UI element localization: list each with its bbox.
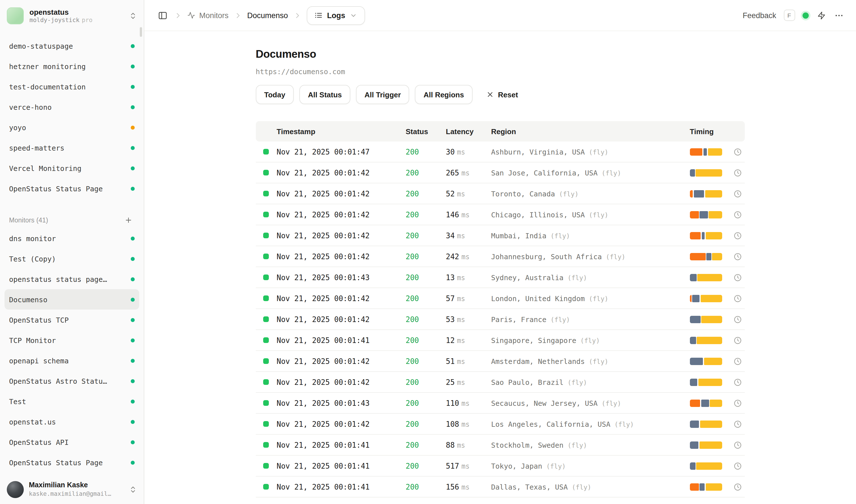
row-indicator-cell	[256, 233, 277, 238]
table-row[interactable]: Nov 21, 2025 00:01:41200517msTokyo, Japa…	[256, 456, 745, 476]
sidebar-item-label: yoyo	[9, 123, 26, 131]
timing-segment	[700, 420, 722, 428]
sidebar-item-label: speed-matters	[9, 143, 65, 152]
clock-icon[interactable]	[733, 336, 742, 344]
sidebar-item-openstatus-status-page[interactable]: OpenStatus Status Page	[4, 452, 139, 473]
table-row[interactable]: Nov 21, 2025 00:01:4120012msSingapore, S…	[256, 330, 745, 351]
sidebar-item-test[interactable]: Test	[4, 391, 139, 412]
latency-unit: ms	[457, 378, 465, 386]
filter-regions-button[interactable]: All Regions	[415, 85, 472, 104]
lightning-icon[interactable]	[816, 10, 826, 21]
table-row[interactable]: Nov 21, 2025 00:01:4220034msMumbai, Indi…	[256, 225, 745, 246]
status-code-cell: 200	[406, 252, 446, 260]
feedback-button[interactable]: Feedback	[743, 11, 776, 19]
region-name: London, United Kingdom	[491, 294, 585, 303]
sidebar-item-speed-matters[interactable]: speed-matters	[4, 138, 139, 158]
sidebar-item-verce-hono[interactable]: verce-hono	[4, 97, 139, 117]
filter-trigger-button[interactable]: All Trigger	[356, 85, 409, 104]
logs-view-selector[interactable]: Logs	[307, 6, 365, 24]
clock-icon[interactable]	[733, 462, 742, 470]
filter-date-button[interactable]: Today	[256, 85, 294, 104]
region-cell: Ashburn, Virginia, USA(fly)	[491, 147, 690, 156]
sidebar-item-tcp-monitor[interactable]: TCP Monitor	[4, 330, 139, 350]
table-row[interactable]: Nov 21, 2025 00:01:4220025msSao Paulo, B…	[256, 372, 745, 393]
latency-cell: 517ms	[446, 462, 491, 470]
timing-segment	[710, 399, 722, 407]
table-row[interactable]: Nov 21, 2025 00:01:42200108msLos Angeles…	[256, 414, 745, 435]
table-row[interactable]: Nov 21, 2025 00:01:4220057msLondon, Unit…	[256, 288, 745, 309]
sidebar-item-openstatus-status-page[interactable]: openstatus status page…	[4, 269, 139, 289]
header-timestamp[interactable]: Timestamp	[277, 127, 406, 136]
sidebar-item-test-documentation[interactable]: test-documentation	[4, 76, 139, 97]
table-row[interactable]: Nov 21, 2025 00:01:42200242msJohannesbur…	[256, 246, 745, 267]
clock-icon[interactable]	[733, 440, 742, 449]
user-menu[interactable]: Maximilian Kaske kaske.maximilian@gmail…	[0, 474, 144, 504]
status-code-cell: 200	[406, 273, 446, 282]
clock-icon[interactable]	[733, 483, 742, 491]
sidebar-item-demo-statuspage[interactable]: demo-statuspage	[4, 36, 139, 56]
sidebar-item-test-copy[interactable]: Test (Copy)	[4, 249, 139, 269]
clock-icon[interactable]	[733, 231, 742, 240]
table-row[interactable]: Nov 21, 2025 00:01:42200146msChicago, Il…	[256, 204, 745, 225]
status-code-cell: 200	[406, 357, 446, 365]
clock-icon[interactable]	[733, 189, 742, 198]
sidebar-item-dns-monitor[interactable]: dns monitor	[4, 228, 139, 249]
header-latency[interactable]: Latency	[446, 127, 491, 136]
region-name: Sydney, Australia	[491, 273, 564, 282]
status-ok-square-icon	[263, 191, 269, 196]
clock-icon[interactable]	[733, 294, 742, 303]
sidebar-item-openstat-us[interactable]: openstat.us	[4, 412, 139, 432]
sidebar-scrollbar-thumb[interactable]	[140, 27, 142, 37]
filter-status-button[interactable]: All Status	[299, 85, 350, 104]
table-row[interactable]: Nov 21, 2025 00:01:41200156msDallas, Tex…	[256, 476, 745, 498]
status-dot	[131, 461, 135, 464]
clock-icon[interactable]	[733, 252, 742, 260]
sidebar-item-openstatus-astro-statu[interactable]: OpenStatus Astro Statu…	[4, 371, 139, 391]
status-pages-list: demo-statuspagehetzner monitoringtest-do…	[0, 36, 144, 199]
header-status[interactable]: Status	[406, 127, 446, 136]
sidebar-item-openapi-schema[interactable]: openapi schema	[4, 350, 139, 371]
clock-icon[interactable]	[733, 399, 742, 407]
clock-icon[interactable]	[733, 210, 742, 219]
timestamp-cell: Nov 21, 2025 00:01:41	[277, 440, 406, 449]
reset-filters-button[interactable]: Reset	[481, 85, 524, 104]
table-row[interactable]: Nov 21, 2025 00:01:42200265msSan Jose, C…	[256, 162, 745, 183]
table-row[interactable]: Nov 21, 2025 00:01:4320013msSydney, Aust…	[256, 267, 745, 288]
more-options-icon[interactable]	[834, 11, 843, 20]
clock-icon[interactable]	[733, 273, 742, 282]
timing-bar	[690, 337, 722, 344]
timestamp-cell: Nov 21, 2025 00:01:42	[277, 357, 406, 365]
timestamp-cell: Nov 21, 2025 00:01:42	[277, 378, 406, 386]
status-code-cell: 200	[406, 231, 446, 240]
sidebar-toggle-icon[interactable]	[157, 9, 169, 21]
add-monitor-button[interactable]	[122, 214, 135, 227]
breadcrumb-monitors[interactable]: Monitors	[187, 11, 229, 19]
sidebar-item-openstatus-tcp[interactable]: OpenStatus TCP	[4, 310, 139, 330]
sidebar-item-openstatus-status-page[interactable]: OpenStatus Status Page	[4, 178, 139, 199]
table-row[interactable]: Nov 21, 2025 00:01:43200110msSecaucus, N…	[256, 393, 745, 414]
sidebar-item-hetzner-monitoring[interactable]: hetzner monitoring	[4, 56, 139, 76]
clock-icon[interactable]	[733, 378, 742, 386]
clock-icon[interactable]	[733, 315, 742, 323]
sidebar-item-documenso[interactable]: Documenso	[4, 289, 139, 310]
row-indicator-cell	[256, 149, 277, 155]
table-row[interactable]: Nov 21, 2025 00:01:4220051msAmsterdam, N…	[256, 351, 745, 372]
sidebar-item-openstatus-api[interactable]: OpenStatus API	[4, 432, 139, 452]
clock-icon[interactable]	[733, 147, 742, 156]
header-region[interactable]: Region	[491, 127, 690, 136]
header-timing[interactable]: Timing	[690, 127, 745, 136]
sidebar-item-yoyo[interactable]: yoyo	[4, 117, 139, 138]
latency-cell: 108ms	[446, 420, 491, 428]
monitors-section-header: Monitors (41)	[4, 212, 139, 228]
latency-value: 88	[446, 440, 455, 449]
table-row[interactable]: Nov 21, 2025 00:01:4220053msParis, Franc…	[256, 309, 745, 330]
breadcrumb-current[interactable]: Documenso	[247, 11, 288, 19]
sidebar-item-vercel-monitoring[interactable]: Vercel Monitoring	[4, 158, 139, 178]
workspace-selector[interactable]: openstatus moldy-joystickpro	[0, 0, 144, 31]
clock-icon[interactable]	[733, 168, 742, 177]
clock-icon[interactable]	[733, 420, 742, 428]
table-row[interactable]: Nov 21, 2025 00:01:4120088msStockholm, S…	[256, 435, 745, 456]
clock-icon[interactable]	[733, 357, 742, 365]
table-row[interactable]: Nov 21, 2025 00:01:4220052msToronto, Can…	[256, 183, 745, 204]
table-row[interactable]: Nov 21, 2025 00:01:4720030msAshburn, Vir…	[256, 142, 745, 162]
